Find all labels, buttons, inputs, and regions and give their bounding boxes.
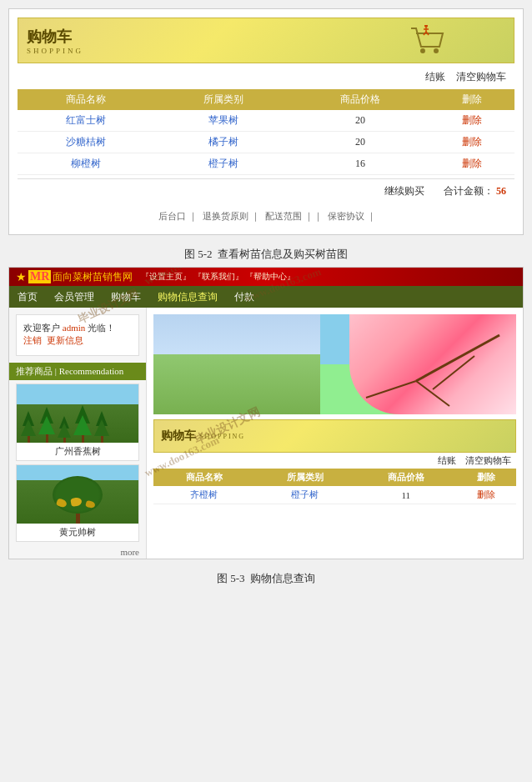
row-price: 16 <box>292 153 429 175</box>
product-img-trees <box>17 384 138 443</box>
table-row: 齐橙树 橙子树 11 删除 <box>153 486 516 504</box>
more-link[interactable]: more <box>9 545 146 559</box>
figure2-box: www.doc63.com 毕业设计文网 www.doo163.com 毕业设计… <box>8 267 524 559</box>
mini-row-price: 11 <box>355 486 456 504</box>
welcome-suffix: 光临！ <box>88 323 115 333</box>
footer-links: 后台口｜ 退换货原则｜ 配送范围｜｜ 保密协议｜ <box>18 207 514 226</box>
svg-line-8 <box>366 381 416 398</box>
mini-col-name: 商品名称 <box>153 469 254 486</box>
site-topbar: ★ MR 面向菜树苗销售网 『设置主页』 『联系我们』 『帮助中心』 <box>9 268 523 286</box>
continue-shopping[interactable]: 继续购买 <box>384 185 424 197</box>
col-name: 商品名称 <box>18 89 154 110</box>
mini-cart-table: 商品名称 所属类别 商品价格 删除 齐橙树 橙子树 11 删除 <box>153 469 516 504</box>
mini-checkout[interactable]: 结账 <box>438 455 456 465</box>
total-value: 56 <box>496 185 506 197</box>
figure1-box: 购物车 SHOPPING 结账 清空购物车 <box>8 8 524 235</box>
admin-link[interactable]: admin <box>63 323 86 333</box>
mini-col-price: 商品价格 <box>355 469 456 486</box>
mini-cart-title: 购物车 <box>161 429 196 444</box>
topnav-contact[interactable]: 『联系我们』 <box>193 272 243 281</box>
product-img-mango <box>17 465 138 524</box>
site-body: 欢迎客户 admin 光临！ 注销 更新信息 推荐商品 | Recommenda… <box>9 308 523 559</box>
privacy-link[interactable]: 保密协议 <box>328 211 364 221</box>
logo-star: ★ <box>16 270 27 284</box>
product-item-2[interactable]: 黄元帅树 <box>16 464 139 542</box>
row-delete[interactable]: 删除 <box>429 153 514 175</box>
cart-action-bar: 结账 清空购物车 <box>18 68 514 86</box>
nav-members[interactable]: 会员管理 <box>54 290 94 304</box>
logout-link[interactable]: 注销 <box>23 335 42 345</box>
mini-row-name[interactable]: 齐橙树 <box>153 486 254 504</box>
nav-home[interactable]: 首页 <box>18 290 38 304</box>
mini-cart-container: 购物车 SHOPPING 结账 清空购物车 商品名称 所属类别 商品价格 <box>153 419 516 504</box>
svg-line-7 <box>416 335 499 381</box>
cart-title: 购物车 <box>27 27 83 47</box>
topnav-help[interactable]: 『帮助中心』 <box>245 272 295 281</box>
svg-line-9 <box>416 381 449 406</box>
caption1-text: 查看树苗信息及购买树苗图 <box>218 248 348 260</box>
backend-link[interactable]: 后台口 <box>158 211 186 221</box>
row-name[interactable]: 沙糖桔树 <box>18 132 154 153</box>
page-wrapper: 购物车 SHOPPING 结账 清空购物车 <box>0 0 532 599</box>
row-category[interactable]: 橙子树 <box>154 153 291 175</box>
mini-cart-sub: SHOPPING <box>199 433 245 440</box>
cart-header: 购物车 SHOPPING <box>18 18 514 63</box>
caption2-number: 图 5-3 <box>217 572 245 584</box>
total-label: 合计金额： <box>444 185 494 197</box>
figure1-caption: 图 5-2 查看树苗信息及购买树苗图 <box>8 242 524 267</box>
checkout-link[interactable]: 结账 <box>425 71 445 83</box>
col-price: 商品价格 <box>292 89 429 110</box>
nav-payment[interactable]: 付款 <box>234 290 254 304</box>
main-nav: 首页 会员管理 购物车 购物信息查询 付款 <box>9 286 523 308</box>
col-category: 所属类别 <box>154 89 291 110</box>
mini-row-delete[interactable]: 删除 <box>456 486 516 504</box>
caption1-number: 图 5-2 <box>184 248 213 260</box>
svg-point-2 <box>424 25 428 28</box>
svg-point-0 <box>420 48 425 53</box>
mini-cart-action: 结账 清空购物车 <box>153 453 516 469</box>
product-name-2: 黄元帅树 <box>17 524 138 541</box>
mini-row-category[interactable]: 橙子树 <box>254 486 355 504</box>
clear-cart-link[interactable]: 清空购物车 <box>456 71 506 83</box>
mini-clear[interactable]: 清空购物车 <box>465 455 511 465</box>
topnav-home[interactable]: 『设置主页』 <box>141 272 191 281</box>
mini-col-del: 删除 <box>456 469 516 486</box>
figure2-caption: 图 5-3 购物信息查询 <box>8 566 524 591</box>
row-delete[interactable]: 删除 <box>429 132 514 153</box>
welcome-box: 欢迎客户 admin 光临！ 注销 更新信息 <box>16 314 139 356</box>
return-policy-link[interactable]: 退换货原则 <box>203 211 248 221</box>
nav-order-query[interactable]: 购物信息查询 <box>158 290 218 304</box>
cart-table: 商品名称 所属类别 商品价格 删除 红富士树 苹果树 20 删除 沙糖桔树 橘子… <box>18 89 514 175</box>
svg-point-1 <box>434 48 439 53</box>
nav-cart[interactable]: 购物车 <box>111 290 141 304</box>
row-category[interactable]: 橘子树 <box>154 132 291 153</box>
recommend-header: 推荐商品 | Recommendation <box>9 363 146 380</box>
delivery-range-link[interactable]: 配送范围 <box>265 211 302 221</box>
row-delete[interactable]: 删除 <box>429 110 514 132</box>
table-row: 柳橙树 橙子树 16 删除 <box>18 153 514 175</box>
cart-footer: 继续购买 合计金额： 56 <box>18 178 514 203</box>
table-row: 沙糖桔树 橘子树 20 删除 <box>18 132 514 153</box>
main-bg-image <box>153 314 516 414</box>
row-price: 20 <box>292 132 429 153</box>
cart-subtitle: SHOPPING <box>27 47 83 55</box>
row-name[interactable]: 红富士树 <box>18 110 154 132</box>
product-item-1[interactable]: 广州香蕉树 <box>16 383 139 461</box>
mini-col-cat: 所属类别 <box>254 469 355 486</box>
col-delete: 删除 <box>429 89 514 110</box>
update-link[interactable]: 更新信息 <box>47 335 83 345</box>
topnav-items: 『设置主页』 『联系我们』 『帮助中心』 <box>141 271 295 283</box>
logo-mr: MR <box>28 270 51 283</box>
site-main: 购物车 SHOPPING 结账 清空购物车 商品名称 所属类别 商品价格 <box>147 308 523 559</box>
row-name[interactable]: 柳橙树 <box>18 153 154 175</box>
welcome-text: 欢迎客户 <box>23 323 60 333</box>
row-category[interactable]: 苹果树 <box>154 110 291 132</box>
site-sidebar: 欢迎客户 admin 光临！ 注销 更新信息 推荐商品 | Recommenda… <box>9 308 147 559</box>
table-row: 红富士树 苹果树 20 删除 <box>18 110 514 132</box>
row-price: 20 <box>292 110 429 132</box>
mini-cart-header: 购物车 SHOPPING <box>153 419 516 453</box>
logo-text: 面向菜树苗销售网 <box>53 270 133 284</box>
caption2-text: 购物信息查询 <box>250 572 315 584</box>
cart-icon <box>409 25 447 57</box>
product-name-1: 广州香蕉树 <box>17 443 138 460</box>
